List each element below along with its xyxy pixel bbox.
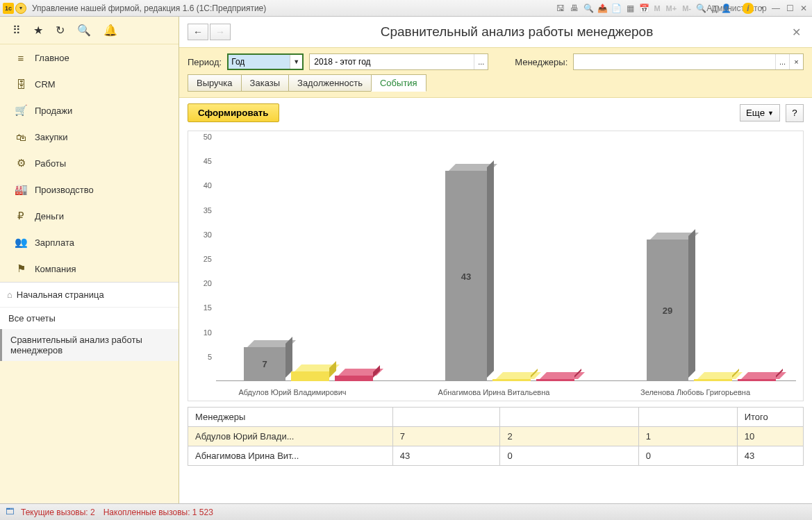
report-tabs: Выручка Заказы Задолженность События xyxy=(188,74,804,92)
current-report-link[interactable]: Сравнительный анализ работы менеджеров xyxy=(0,329,179,361)
th-planned[interactable]: Запланировано xyxy=(500,408,638,427)
tab-orders[interactable]: Заказы xyxy=(241,74,289,92)
generate-button[interactable]: Сформировать xyxy=(188,103,279,122)
x-category-label: Зеленова Любовь Григорьевна xyxy=(605,388,786,396)
page-title: Сравнительный анализ работы менеджеров xyxy=(245,24,789,40)
period-dropdown-icon[interactable]: ▼ xyxy=(290,55,302,69)
bar-done: 7 xyxy=(244,347,285,381)
y-tick: 25 xyxy=(204,255,212,263)
y-tick: 30 xyxy=(204,230,212,239)
data-table: Менеджеры Завершено Запланировано Отмене… xyxy=(188,407,804,466)
content: ← → Сравнительный анализ работы менеджер… xyxy=(179,17,812,503)
info-icon[interactable]: i xyxy=(743,3,754,14)
close-tab-button[interactable]: ✕ xyxy=(789,23,804,42)
zoom-icon[interactable]: 🔍 xyxy=(695,3,706,14)
sidebar: ⠿ ★ ↻ 🔍 🔔 ≡Главное 🗄CRM 🛒Продажи 🛍Закупк… xyxy=(0,17,179,503)
cell-total: 43 xyxy=(737,446,803,466)
user-label[interactable]: 👤 Администратор xyxy=(726,3,737,14)
grid-icon[interactable]: ▦ xyxy=(624,3,636,14)
info-dropdown[interactable]: ▾ xyxy=(756,3,768,14)
nav-salary[interactable]: 👥Зарплата xyxy=(0,229,179,255)
home-page-link[interactable]: ⌂Начальная страница xyxy=(0,283,179,308)
table-header-row: Менеджеры Завершено Запланировано Отмене… xyxy=(188,408,804,427)
menu-icon: ≡ xyxy=(13,52,29,64)
print-icon[interactable]: 🖶 xyxy=(569,3,580,14)
nav-purchases[interactable]: 🛍Закупки xyxy=(0,124,179,150)
y-tick: 20 xyxy=(204,279,212,287)
tab-events[interactable]: События xyxy=(371,74,426,92)
cell-name: Абнагимова Ирина Вит... xyxy=(188,446,393,466)
m-plus-button[interactable]: M+ xyxy=(665,3,679,14)
minimize-button[interactable]: — xyxy=(770,3,781,14)
search-icon[interactable]: 🔍 xyxy=(77,24,91,37)
preview-icon[interactable]: 🔍 xyxy=(583,3,594,14)
status-icon: 🗔 xyxy=(6,507,17,518)
managers-clear-button[interactable]: × xyxy=(789,54,803,69)
back-button[interactable]: ← xyxy=(188,24,208,40)
th-total[interactable]: Итого xyxy=(737,408,803,427)
nav-money[interactable]: ₽Деньги xyxy=(0,203,179,229)
save-icon[interactable]: 🖫 xyxy=(555,3,566,14)
chevron-down-icon: ▼ xyxy=(768,110,774,117)
status-current: Текущие вызовы: 2 xyxy=(21,508,95,517)
sidebar-sub: ⌂Начальная страница Все отчеты Сравнител… xyxy=(0,282,179,361)
nav-menu: ≡Главное 🗄CRM 🛒Продажи 🛍Закупки ⚙Работы … xyxy=(0,44,179,282)
year-ellipsis-button[interactable]: ... xyxy=(474,54,488,69)
managers-select[interactable]: ... × xyxy=(573,53,804,70)
bar-done: 43 xyxy=(445,171,487,381)
apps-icon[interactable]: ⠿ xyxy=(13,24,21,37)
bell-icon[interactable]: 🔔 xyxy=(103,24,117,37)
cart-icon: 🛒 xyxy=(13,104,29,117)
managers-input[interactable] xyxy=(574,54,775,69)
sidebar-quick-icons: ⠿ ★ ↻ 🔍 🔔 xyxy=(0,17,179,44)
managers-ellipsis-button[interactable]: ... xyxy=(775,54,789,69)
forward-button[interactable]: → xyxy=(210,24,231,40)
y-tick: 15 xyxy=(204,303,212,312)
managers-label: Менеджеры: xyxy=(515,57,567,67)
period-input[interactable] xyxy=(229,55,290,69)
bar-planned xyxy=(291,371,329,381)
help-button[interactable]: ? xyxy=(786,104,804,122)
all-reports-link[interactable]: Все отчеты xyxy=(0,308,179,329)
maximize-button[interactable]: ☐ xyxy=(784,3,795,14)
nav-crm[interactable]: 🗄CRM xyxy=(0,71,179,97)
nav-production[interactable]: 🏭Производство xyxy=(0,176,179,203)
flag-icon: ⚑ xyxy=(13,262,29,275)
period-select[interactable]: ▼ xyxy=(227,53,304,70)
table-row[interactable]: Абнагимова Ирина Вит... 43 0 0 43 xyxy=(188,446,804,466)
th-done[interactable]: Завершено xyxy=(392,408,500,427)
status-accum: Накопленные вызовы: 1 523 xyxy=(103,508,213,517)
bar-done: 29 xyxy=(647,240,688,381)
th-managers[interactable]: Менеджеры xyxy=(188,408,393,427)
year-input[interactable] xyxy=(310,54,474,69)
cell-planned: 0 xyxy=(500,446,638,466)
tab-revenue[interactable]: Выручка xyxy=(188,74,242,92)
gear-icon: ⚙ xyxy=(13,157,29,169)
y-tick: 50 xyxy=(204,133,212,141)
filter-bar: Период: ▼ ... Менеджеры: ... × Выручка xyxy=(179,47,812,98)
nav-main[interactable]: ≡Главное xyxy=(0,44,179,71)
m-button[interactable]: M xyxy=(652,3,661,14)
star-icon[interactable]: ★ xyxy=(33,24,43,37)
nav-company[interactable]: ⚑Компания xyxy=(0,255,179,282)
m-minus-button[interactable]: M- xyxy=(681,3,693,14)
th-cancelled[interactable]: Отменено xyxy=(638,408,737,427)
briefcase-icon: 🗄 xyxy=(13,78,29,90)
people-icon: 👥 xyxy=(13,236,29,249)
more-button[interactable]: Еще ▼ xyxy=(740,104,780,121)
nav-works[interactable]: ⚙Работы xyxy=(0,150,179,176)
cell-done: 7 xyxy=(392,427,500,446)
app-menu-dropdown[interactable]: ▾ xyxy=(15,3,26,14)
year-select[interactable]: ... xyxy=(309,53,488,70)
nav-sales[interactable]: 🛒Продажи xyxy=(0,97,179,124)
history-icon[interactable]: ↻ xyxy=(56,24,65,37)
home-icon: ⌂ xyxy=(7,290,13,300)
table-row[interactable]: Абдулов Юрий Влади... 7 2 1 10 xyxy=(188,427,804,446)
titlebar-icons: 🖫 🖶 🔍 📤 📄 ▦ 📅 M M+ M- 🔍 ◫ 👤 Администрато… xyxy=(555,3,809,14)
close-button[interactable]: ✕ xyxy=(798,3,809,14)
tab-debt[interactable]: Задолженность xyxy=(288,74,372,92)
send-icon[interactable]: 📤 xyxy=(597,3,608,14)
content-header: ← → Сравнительный анализ работы менеджер… xyxy=(179,17,812,47)
doc-icon[interactable]: 📄 xyxy=(611,3,622,14)
calendar-icon[interactable]: 📅 xyxy=(638,3,649,14)
